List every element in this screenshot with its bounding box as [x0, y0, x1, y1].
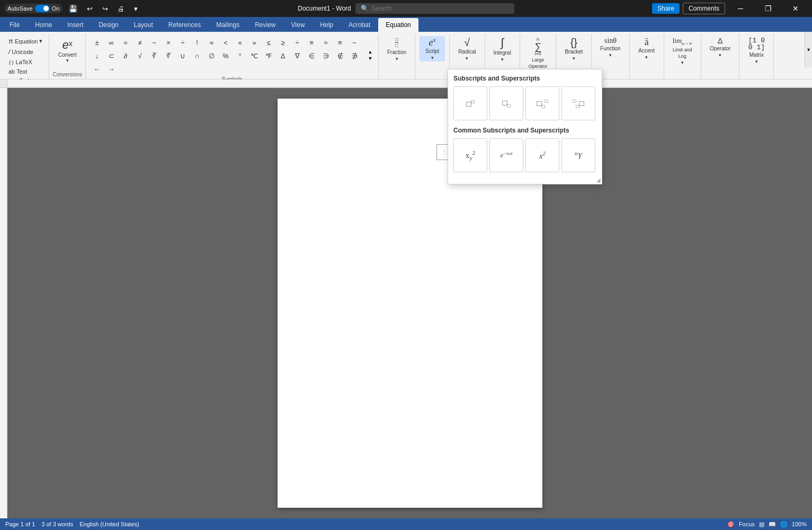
- sym-lt[interactable]: <: [219, 36, 233, 49]
- sym-llangle[interactable]: «: [233, 36, 247, 49]
- sym-equivb[interactable]: ≡: [333, 36, 347, 49]
- tab-home[interactable]: Home: [28, 18, 59, 32]
- ribbon-scroll[interactable]: ▾: [805, 32, 812, 67]
- share-button[interactable]: Share: [652, 3, 680, 14]
- sym-pct[interactable]: %: [219, 49, 233, 62]
- bracket-button[interactable]: {} Bracket ▾: [560, 36, 587, 62]
- save-icon[interactable]: 💾: [66, 4, 81, 14]
- sym-times[interactable]: ×: [162, 36, 175, 49]
- accent-button[interactable]: ä Accent ▾: [634, 36, 659, 61]
- sym-delta[interactable]: Δ: [276, 49, 290, 62]
- sym-nabla[interactable]: ∇: [290, 49, 304, 62]
- sym-plusminus[interactable]: ±: [90, 36, 104, 49]
- equation-button[interactable]: π Equation ▾: [6, 36, 44, 46]
- restore-button[interactable]: ❐: [756, 0, 780, 17]
- more-icon[interactable]: ▾: [131, 4, 141, 14]
- sym-frt[interactable]: ∜: [162, 49, 175, 62]
- sym-sqrt[interactable]: √: [133, 49, 147, 62]
- left-sub-super-item[interactable]: □□□: [561, 86, 595, 120]
- sym-union[interactable]: ∪: [176, 49, 190, 62]
- autosave-switch[interactable]: [35, 5, 50, 12]
- sym-ni[interactable]: ∋: [319, 49, 333, 62]
- superscript-item[interactable]: □□: [453, 86, 487, 120]
- tab-view[interactable]: View: [284, 18, 313, 32]
- tab-review[interactable]: Review: [247, 18, 283, 32]
- x2-item[interactable]: x2: [525, 138, 559, 172]
- e-iwt-item[interactable]: e−iωt: [489, 138, 523, 172]
- comments-button[interactable]: Comments: [683, 3, 725, 14]
- sym-prop[interactable]: ∝: [204, 36, 218, 49]
- tab-references[interactable]: References: [161, 18, 208, 32]
- sym-excl[interactable]: !: [190, 36, 204, 49]
- sym-intersect[interactable]: ∩: [190, 49, 204, 62]
- unicode-button[interactable]: / Unicode: [6, 47, 35, 57]
- convert-button[interactable]: ex Convert ▾: [55, 36, 80, 65]
- sym-downarrow[interactable]: ↓: [90, 49, 104, 62]
- tab-design[interactable]: Design: [91, 18, 126, 32]
- sym-scroll-down[interactable]: ▼: [367, 55, 374, 61]
- view-layout-icon[interactable]: ▤: [759, 521, 764, 528]
- view-read-icon[interactable]: 📖: [769, 521, 776, 528]
- sym-scroll-up[interactable]: ▲: [367, 49, 374, 55]
- sym-equal[interactable]: =: [119, 36, 132, 49]
- sym-rightarrow[interactable]: →: [104, 63, 118, 74]
- undo-icon[interactable]: ↩: [84, 4, 96, 14]
- sym-approx[interactable]: ≈: [319, 36, 333, 49]
- radical-button[interactable]: √ Radical ▾: [454, 36, 480, 62]
- matrix-button[interactable]: [1 00 1] Matrix ▾: [744, 36, 769, 65]
- script-button[interactable]: ex Script ▾: [420, 36, 445, 61]
- minimize-button[interactable]: ─: [728, 0, 753, 17]
- redo-icon[interactable]: ↪: [99, 4, 111, 14]
- sym-div[interactable]: ÷: [176, 36, 190, 49]
- tab-acrobat[interactable]: Acrobat: [341, 18, 378, 32]
- svg-rect-0: [7, 80, 812, 87]
- sym-notequal[interactable]: ≠: [133, 36, 147, 49]
- sym-gte[interactable]: ≥: [276, 36, 290, 49]
- fraction-button[interactable]: □ □ Fraction ▾: [383, 36, 411, 63]
- autosave-toggle[interactable]: AutoSave On: [4, 4, 63, 13]
- text-button[interactable]: ab Text: [6, 67, 29, 76]
- sym-subset[interactable]: ⊂: [104, 49, 118, 62]
- bracket-icon: {}: [570, 37, 577, 48]
- panel-resize-handle[interactable]: ◢: [596, 177, 601, 183]
- sym-notin[interactable]: ∉: [333, 49, 347, 62]
- accent-content: ä Accent ▾: [633, 34, 661, 76]
- close-button[interactable]: ✕: [783, 0, 808, 17]
- limit-button[interactable]: limn→∞ Limit and Log ▾: [668, 36, 697, 66]
- sym-notni[interactable]: ∌: [347, 49, 361, 62]
- subscript-item[interactable]: □□: [489, 86, 523, 120]
- tab-mailings[interactable]: Mailings: [209, 18, 247, 32]
- tab-equation[interactable]: Equation: [378, 18, 418, 32]
- sym-tildeb[interactable]: ~: [347, 36, 361, 49]
- sym-cbrt[interactable]: ∛: [147, 49, 161, 62]
- ribbon-group-conversions: ex Convert ▾ Conversions: [49, 34, 86, 79]
- sub-super-item[interactable]: □□□: [525, 86, 559, 120]
- sym-deg[interactable]: °: [233, 49, 247, 62]
- function-button[interactable]: sinθ Function ▾: [596, 36, 624, 59]
- search-input[interactable]: [372, 5, 504, 12]
- tab-layout[interactable]: Layout: [127, 18, 160, 32]
- sym-fahren[interactable]: ℉: [262, 49, 275, 62]
- sym-lte[interactable]: ≤: [262, 36, 275, 49]
- sym-equiv[interactable]: ≡: [305, 36, 318, 49]
- tab-help[interactable]: Help: [313, 18, 341, 32]
- view-web-icon[interactable]: 🌐: [780, 521, 788, 528]
- sym-partial[interactable]: ∂: [119, 49, 132, 62]
- sym-in[interactable]: ∈: [305, 49, 318, 62]
- sym-celsius[interactable]: ℃: [247, 49, 261, 62]
- tab-insert[interactable]: Insert: [60, 18, 91, 32]
- nY-item[interactable]: nY: [561, 138, 595, 172]
- operator-button[interactable]: Δ Operator ▾: [706, 36, 735, 59]
- sym-infinity[interactable]: ∞: [104, 36, 118, 49]
- sym-leftarrow[interactable]: ←: [90, 63, 104, 74]
- sym-rrangle[interactable]: »: [247, 36, 261, 49]
- print-icon[interactable]: 🖨: [114, 4, 128, 14]
- sym-empty[interactable]: ∅: [204, 49, 218, 62]
- tab-file[interactable]: File: [2, 18, 27, 32]
- integral-button[interactable]: ∫ Integral ▾: [489, 36, 515, 63]
- latex-button[interactable]: {} LaTeX: [6, 58, 34, 66]
- xy2-item[interactable]: xy2: [453, 138, 487, 172]
- search-bar[interactable]: 🔍: [355, 3, 514, 14]
- sym-tilde[interactable]: ~: [147, 36, 161, 49]
- sym-div2[interactable]: ÷: [290, 36, 304, 49]
